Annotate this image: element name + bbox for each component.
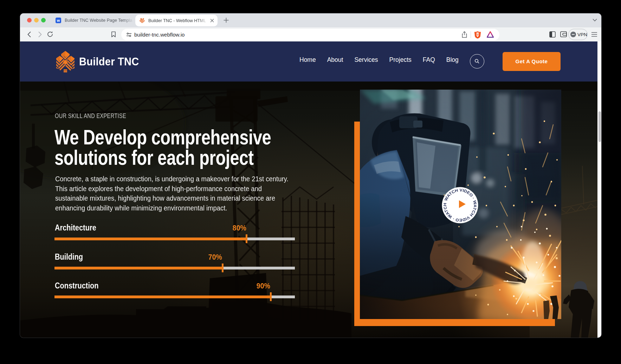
svg-text:w: w	[57, 18, 60, 22]
